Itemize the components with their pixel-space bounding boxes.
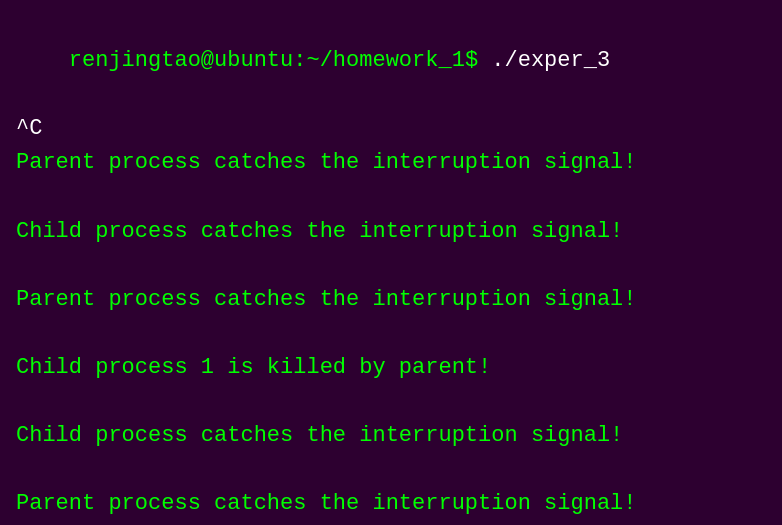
output-line-4: Child process 1 is killed by parent! — [16, 351, 766, 385]
output-line-5: Child process catches the interruption s… — [16, 419, 766, 453]
output-line-6: Parent process catches the interruption … — [16, 487, 766, 521]
output-line-3: Parent process catches the interruption … — [16, 283, 766, 317]
blank-1 — [16, 180, 766, 214]
prompt-line: renjingtao@ubuntu:~/homework_1$ ./exper_… — [16, 10, 766, 112]
terminal-window: renjingtao@ubuntu:~/homework_1$ ./exper_… — [16, 10, 766, 525]
prompt-path: :~/homework_1$ — [293, 48, 478, 73]
output-line-2: Child process catches the interruption s… — [16, 215, 766, 249]
blank-3 — [16, 317, 766, 351]
blank-2 — [16, 249, 766, 283]
output-line-1: Parent process catches the interruption … — [16, 146, 766, 180]
prompt-command: ./exper_3 — [478, 48, 610, 73]
ctrl-c-line: ^C — [16, 112, 766, 146]
prompt-user: renjingtao@ubuntu — [69, 48, 293, 73]
blank-4 — [16, 385, 766, 419]
blank-6 — [16, 521, 766, 525]
blank-5 — [16, 453, 766, 487]
